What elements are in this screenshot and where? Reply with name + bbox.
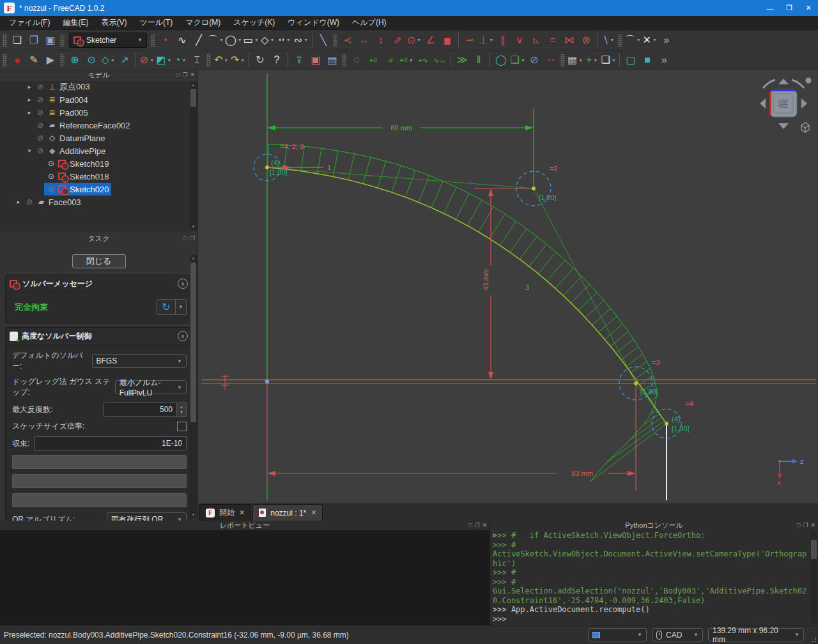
micro-dimension[interactable]: [221, 375, 229, 390]
bspline-curve[interactable]: [267, 167, 667, 424]
constrain-perpendicular-icon[interactable]: ∨: [512, 32, 527, 49]
tree-item-DatumPlane[interactable]: ⊘◇DatumPlane: [0, 132, 197, 144]
create-line-icon[interactable]: ╱: [191, 32, 206, 49]
python-float-icon[interactable]: ❐: [803, 521, 808, 529]
bspline-show-degree-icon[interactable]: ◌: [349, 52, 364, 68]
minimize-button[interactable]: —: [760, 0, 780, 16]
constraint-label[interactable]: =2: [550, 165, 558, 172]
macro-edit-icon[interactable]: ✎: [26, 52, 42, 68]
qr-select[interactable]: 固有疎行列 QR▼: [107, 512, 187, 521]
constrain-tangent-icon[interactable]: ⊾: [529, 32, 544, 49]
navcube-down-arrow[interactable]: [778, 123, 789, 129]
report-restore-icon[interactable]: □: [468, 521, 472, 529]
constrain-distance-icon[interactable]: ⇗: [390, 32, 405, 49]
toolbar-grip[interactable]: [206, 54, 211, 66]
tree-item-Pad005[interactable]: ▸⊘≣Pad005: [0, 106, 197, 119]
construction-line-icon[interactable]: ╲: [316, 32, 331, 49]
solver-refresh-dropdown[interactable]: ▼: [176, 299, 187, 315]
task-scrollbar[interactable]: ▴ ▾: [190, 255, 197, 518]
maximize-button[interactable]: ❐: [780, 0, 799, 16]
tree-expander-icon[interactable]: ▸: [15, 199, 22, 205]
create-bspline-icon[interactable]: ∾▼: [293, 32, 309, 49]
menu-tools[interactable]: ツール(T): [133, 16, 179, 29]
open-file-icon[interactable]: ❒: [26, 32, 42, 49]
tree-expander-icon[interactable]: ▸: [26, 109, 33, 116]
constrain-angle-icon[interactable]: ∠: [423, 32, 438, 49]
clipping-plane-icon[interactable]: ⊘▼: [139, 52, 155, 68]
menu-sketch[interactable]: スケッチ(K): [227, 16, 281, 29]
resize-grip[interactable]: [809, 635, 817, 643]
view-wireframe-icon[interactable]: ▢: [623, 52, 638, 68]
refresh-icon[interactable]: ↻: [252, 52, 268, 68]
report-float-icon[interactable]: ❐: [474, 521, 479, 529]
menu-file[interactable]: ファイル(F): [3, 16, 56, 29]
toggle-construction-geometry-icon[interactable]: ∖▼: [601, 32, 616, 49]
navcube-up-arrow[interactable]: [778, 79, 789, 84]
navcube-right-arrow[interactable]: [801, 98, 807, 109]
view-shaded-icon[interactable]: ■: [640, 52, 655, 68]
tree-item-ReferenceFace002[interactable]: ⊘▰ReferenceFace002: [0, 119, 197, 132]
navcube-mini-cube-icon[interactable]: [801, 123, 809, 132]
constrain-vertical-distance-icon[interactable]: ↕: [373, 32, 389, 49]
draw-style-icon[interactable]: ◩▼: [156, 52, 171, 68]
navcube-rotate-cw-icon[interactable]: [792, 80, 804, 88]
tree-item-Pad004[interactable]: ▸⊘≣Pad004: [0, 93, 197, 106]
python-console-content[interactable]: >>> # if ActiveSketch.ViewObject.ForceOr…: [490, 530, 818, 625]
tree-item-AdditivePipe[interactable]: ▾⊘◆AdditivePipe: [0, 144, 197, 157]
constrain-parallel-icon[interactable]: ∥: [495, 32, 511, 49]
solver-refresh-button[interactable]: ↻: [157, 299, 176, 315]
capture-image-icon[interactable]: ▣: [308, 52, 323, 68]
close-button[interactable]: ✕: [799, 0, 818, 16]
3d-viewport[interactable]: 60 mm 43 mm: [198, 70, 818, 503]
unit-system-combo[interactable]: ▼: [588, 628, 647, 641]
create-rectangle-icon[interactable]: ▭▼: [243, 32, 259, 49]
view-isometric-icon[interactable]: ◇▼: [100, 52, 116, 68]
zoom-selection-icon[interactable]: ⊙: [84, 52, 99, 68]
constrain-coincident-icon[interactable]: ≺: [340, 32, 355, 49]
tree-expander-icon[interactable]: ▾: [26, 148, 33, 154]
toolbar-grip[interactable]: [342, 54, 346, 66]
bspline-poles[interactable]: [265, 165, 668, 425]
constrain-equal-icon[interactable]: =: [545, 32, 560, 49]
create-polyline-icon[interactable]: ∿: [174, 32, 190, 49]
toolbar-grip[interactable]: [3, 34, 7, 47]
model-restore-icon[interactable]: □: [176, 71, 180, 79]
spinner-arrows[interactable]: ▲▼: [177, 402, 187, 417]
sketch-canvas[interactable]: 60 mm 43 mm: [198, 70, 817, 503]
dock-overflow-icon[interactable]: »: [492, 531, 496, 539]
report-view-content[interactable]: [0, 530, 490, 625]
macro-record-icon[interactable]: ●: [10, 52, 25, 68]
dimension-60mm-label[interactable]: 60 mm: [390, 124, 412, 132]
bspline-control-polygon[interactable]: [267, 167, 667, 424]
create-point-icon[interactable]: ●: [158, 32, 173, 49]
tree-item-原点003[interactable]: ▸⊘⊥原点003: [0, 80, 197, 93]
navcube-dot[interactable]: [806, 78, 812, 84]
copy-move-icon[interactable]: ∘∘: [543, 52, 559, 68]
bspline-increase-degree-icon[interactable]: +∿: [415, 52, 431, 68]
constrain-block-icon[interactable]: ⊥▼: [479, 32, 494, 49]
constrain-symmetric-icon[interactable]: ⋈: [562, 32, 577, 49]
constraint-label[interactable]: =3: [652, 358, 660, 366]
tree-item-Face003[interactable]: ▸⊘▰Face003: [0, 195, 197, 208]
close-sketch-button[interactable]: 閉じる: [72, 254, 126, 268]
toolbar-grip[interactable]: [151, 34, 155, 47]
workbench-selector[interactable]: Sketcher▼: [69, 33, 147, 48]
tree-item-Sketch018[interactable]: ⊙Sketch018: [0, 170, 197, 183]
undo-icon[interactable]: ↶▼: [213, 52, 229, 68]
whats-this-icon[interactable]: ?: [269, 52, 284, 68]
toolbar-grip[interactable]: [618, 34, 622, 47]
view-align-sketch-icon[interactable]: ↗: [117, 52, 132, 68]
save-file-icon[interactable]: ▣: [43, 32, 58, 49]
tab-close-icon[interactable]: ✕: [239, 509, 245, 517]
python-scrollbar[interactable]: [810, 532, 817, 624]
collapse-chevron-icon[interactable]: ∧: [178, 331, 188, 341]
python-close-icon[interactable]: ✕: [810, 521, 815, 529]
selection-tools-icon[interactable]: ❏▼: [601, 52, 616, 68]
menu-window[interactable]: ウィンドウ(W): [281, 16, 346, 29]
toggle-grid-icon[interactable]: ▦▼: [567, 52, 583, 68]
tab-close-icon[interactable]: ✕: [311, 509, 316, 517]
constrain-lock-icon[interactable]: ▆: [440, 32, 455, 49]
task-restore-icon[interactable]: □: [183, 234, 187, 242]
dogleg-select[interactable]: 最小ノルム-FullPivLU▼: [115, 380, 187, 394]
clone-icon[interactable]: ⊘: [527, 52, 542, 68]
